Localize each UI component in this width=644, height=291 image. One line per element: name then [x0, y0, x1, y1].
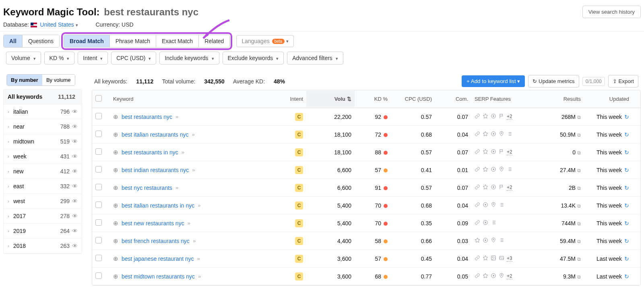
- refresh-icon[interactable]: ↻: [624, 167, 629, 173]
- expand-icon[interactable]: »: [193, 238, 196, 244]
- database-selector[interactable]: United States▾: [40, 21, 78, 28]
- export-button[interactable]: ⇪ Export: [608, 75, 638, 87]
- add-keyword-icon[interactable]: ⊕: [113, 220, 118, 227]
- add-keyword-icon[interactable]: ⊕: [113, 273, 118, 280]
- eye-icon[interactable]: 👁: [72, 198, 78, 204]
- refresh-icon[interactable]: ↻: [624, 256, 629, 262]
- expand-icon[interactable]: »: [198, 273, 201, 279]
- refresh-icon[interactable]: ↻: [624, 185, 629, 191]
- filter-exclude[interactable]: Exclude keywords ▾: [223, 52, 284, 64]
- add-keyword-icon[interactable]: ⊕: [113, 184, 118, 191]
- sidebar-group-midtown[interactable]: › midtown 519 👁: [4, 134, 82, 149]
- row-checkbox[interactable]: [95, 131, 102, 137]
- refresh-icon[interactable]: ↻: [624, 114, 629, 120]
- refresh-icon[interactable]: ↻: [624, 273, 629, 280]
- update-metrics-button[interactable]: ↻ Update metrics: [528, 75, 579, 87]
- sidebar-group-week[interactable]: › week 431 👁: [4, 149, 82, 164]
- add-keyword-icon[interactable]: ⊕: [113, 149, 118, 156]
- add-keyword-icon[interactable]: ⊕: [113, 237, 118, 245]
- row-checkbox[interactable]: [95, 148, 102, 155]
- row-checkbox[interactable]: [95, 113, 102, 119]
- keyword-link[interactable]: best new restaurants nyc: [122, 220, 184, 227]
- add-to-list-button[interactable]: Add to keyword list ▾: [462, 75, 525, 87]
- serp-more[interactable]: +2: [507, 149, 512, 155]
- external-link-icon[interactable]: ⧉: [577, 239, 581, 244]
- col-kd[interactable]: KD %: [355, 91, 391, 107]
- tab-exact-match[interactable]: Exact Match: [156, 35, 199, 47]
- filter-advanced[interactable]: Advanced filters ▾: [287, 52, 343, 64]
- row-checkbox[interactable]: [95, 255, 102, 261]
- serp-more[interactable]: +3: [507, 256, 512, 262]
- serp-more[interactable]: +2: [507, 114, 512, 120]
- refresh-icon[interactable]: ↻: [624, 238, 629, 244]
- row-checkbox[interactable]: [95, 184, 102, 190]
- external-link-icon[interactable]: ⧉: [577, 274, 581, 280]
- col-com[interactable]: Com.: [435, 91, 471, 107]
- keyword-link[interactable]: best japanese restaurant nyc: [122, 256, 194, 262]
- keyword-link[interactable]: best restaurants in nyc: [122, 149, 178, 156]
- view-history-button[interactable]: View search history: [582, 6, 641, 18]
- sidebar-group-italian[interactable]: › italian 796 👁: [4, 104, 82, 119]
- filter-kd[interactable]: KD % ▾: [44, 52, 75, 64]
- filter-intent[interactable]: Intent ▾: [78, 52, 108, 64]
- row-checkbox[interactable]: [95, 237, 102, 243]
- keyword-link[interactable]: best indian restaurants nyc: [122, 167, 189, 173]
- sidebar-all-keywords[interactable]: All keywords11,112: [4, 89, 82, 104]
- external-link-icon[interactable]: ⧉: [577, 221, 581, 227]
- refresh-icon[interactable]: ↻: [624, 202, 629, 209]
- tab-questions[interactable]: Questions: [23, 35, 59, 47]
- expand-icon[interactable]: »: [192, 131, 195, 137]
- expand-icon[interactable]: »: [188, 220, 190, 226]
- expand-icon[interactable]: »: [175, 114, 178, 120]
- sort-by-number[interactable]: By number: [7, 75, 42, 85]
- expand-icon[interactable]: »: [197, 256, 200, 262]
- external-link-icon[interactable]: ⧉: [577, 185, 581, 191]
- refresh-icon[interactable]: ↻: [624, 131, 629, 138]
- row-checkbox[interactable]: [95, 219, 102, 226]
- external-link-icon[interactable]: ⧉: [577, 132, 581, 138]
- eye-icon[interactable]: 👁: [72, 108, 78, 115]
- sidebar-group-2019[interactable]: › 2019 264 👁: [4, 224, 82, 239]
- sort-by-volume[interactable]: By volume: [42, 75, 75, 85]
- eye-icon[interactable]: 👁: [72, 228, 78, 234]
- row-checkbox[interactable]: [95, 202, 102, 208]
- row-checkbox[interactable]: [95, 272, 102, 279]
- serp-more[interactable]: +2: [507, 185, 512, 191]
- filter-volume[interactable]: Volume ▾: [6, 52, 41, 64]
- eye-icon[interactable]: 👁: [72, 168, 78, 175]
- keyword-link[interactable]: best restaurants nyc: [122, 114, 172, 120]
- col-keyword[interactable]: Keyword: [110, 91, 263, 107]
- sidebar-group-west[interactable]: › west 299 👁: [4, 194, 82, 209]
- expand-icon[interactable]: »: [175, 185, 178, 191]
- keyword-link[interactable]: best italian restaurants nyc: [122, 131, 189, 138]
- keyword-link[interactable]: best french restaurants nyc: [122, 238, 190, 244]
- eye-icon[interactable]: 👁: [72, 138, 78, 145]
- sidebar-group-2018[interactable]: › 2018 263 👁: [4, 239, 82, 254]
- col-serp[interactable]: SERP Features: [471, 91, 532, 107]
- add-keyword-icon[interactable]: ⊕: [113, 113, 118, 121]
- tab-all[interactable]: All: [4, 35, 23, 47]
- serp-more[interactable]: +2: [507, 273, 512, 279]
- sidebar-group-near[interactable]: › near 788 👁: [4, 119, 82, 134]
- col-cpc[interactable]: CPC (USD): [391, 91, 435, 107]
- eye-icon[interactable]: 👁: [72, 183, 78, 189]
- add-keyword-icon[interactable]: ⊕: [113, 255, 118, 262]
- select-all-checkbox[interactable]: [95, 95, 102, 102]
- refresh-icon[interactable]: ↻: [624, 220, 629, 227]
- external-link-icon[interactable]: ⧉: [577, 168, 581, 173]
- add-keyword-icon[interactable]: ⊕: [113, 202, 118, 209]
- filter-include[interactable]: Include keywords ▾: [159, 52, 219, 64]
- col-results[interactable]: Results: [532, 91, 584, 107]
- add-keyword-icon[interactable]: ⊕: [113, 131, 118, 138]
- external-link-icon[interactable]: ⧉: [577, 203, 581, 209]
- sidebar-group-east[interactable]: › east 332 👁: [4, 179, 82, 194]
- eye-icon[interactable]: 👁: [72, 213, 78, 219]
- eye-icon[interactable]: 👁: [72, 153, 78, 160]
- tab-related[interactable]: Related: [199, 35, 229, 47]
- keyword-link[interactable]: best italian restaurants in nyc: [122, 202, 194, 209]
- expand-icon[interactable]: »: [198, 202, 200, 208]
- col-intent[interactable]: Intent: [263, 91, 306, 107]
- external-link-icon[interactable]: ⧉: [577, 256, 581, 262]
- sidebar-group-new[interactable]: › new 412 👁: [4, 164, 82, 179]
- filter-cpc[interactable]: CPC (USD) ▾: [111, 52, 156, 64]
